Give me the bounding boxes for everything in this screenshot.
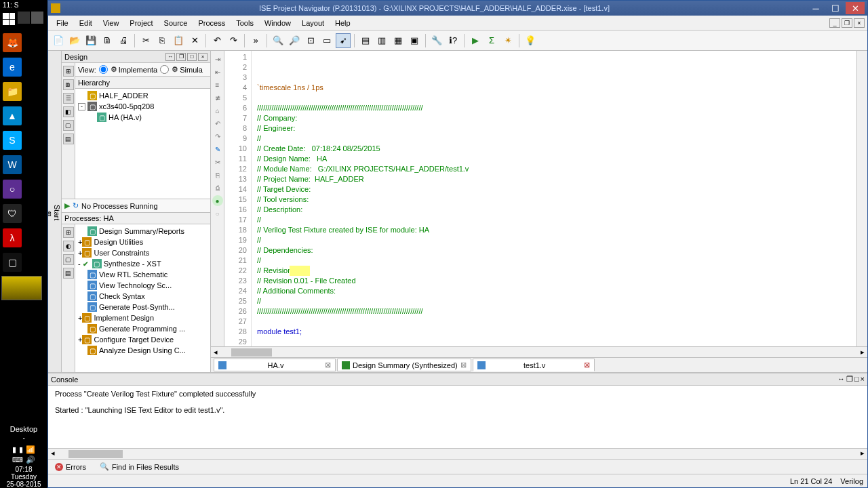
pointer-button[interactable]: ➹ bbox=[336, 33, 351, 48]
taskbar-app-icon[interactable] bbox=[31, 12, 43, 24]
indent-right-icon[interactable]: ⇥ bbox=[212, 54, 223, 64]
process-item[interactable]: +▢Design Utilities bbox=[77, 237, 209, 247]
expand-icon[interactable]: ▤ bbox=[63, 134, 74, 144]
play-icon[interactable]: ▶ bbox=[64, 201, 70, 210]
redo-editor-icon[interactable]: ↷ bbox=[212, 131, 223, 142]
code-content[interactable]: `timescale 1ns / 1ps ///////////////////… bbox=[252, 51, 856, 346]
indent-left-icon[interactable]: ⇤ bbox=[212, 66, 223, 77]
show-desktop[interactable]: Desktop bbox=[0, 425, 47, 433]
code-line[interactable]: // Verilog Test Fixture created by ISE f… bbox=[257, 225, 856, 235]
save-button[interactable]: 💾 bbox=[83, 33, 98, 48]
code-line[interactable] bbox=[257, 317, 856, 327]
tab-close-icon[interactable]: ⊠ bbox=[584, 361, 590, 369]
close-button[interactable]: ✕ bbox=[846, 2, 865, 14]
process-item[interactable]: -✔▢Synthesize - XST bbox=[77, 258, 209, 269]
terminal-icon[interactable]: ▢ bbox=[3, 253, 22, 272]
code-line[interactable]: `timescale 1ns / 1ps bbox=[257, 83, 856, 93]
delete-button[interactable]: ✕ bbox=[187, 33, 202, 48]
whats-this-button[interactable]: ℹ? bbox=[446, 33, 460, 48]
undo-editor-icon[interactable]: ↶ bbox=[212, 118, 223, 129]
code-line[interactable]: // Dependencies: bbox=[257, 245, 856, 256]
menu-layout[interactable]: Layout bbox=[296, 18, 330, 28]
copy-editor-icon[interactable]: ⎘ bbox=[212, 169, 223, 180]
process-item[interactable]: ▢Design Summary/Reports bbox=[77, 226, 209, 237]
scroll-left-icon[interactable]: ◂ bbox=[211, 348, 220, 357]
menu-window[interactable]: Window bbox=[259, 18, 296, 28]
code-line[interactable]: // Design Name: HA bbox=[257, 154, 856, 164]
mdi-restore[interactable]: ❐ bbox=[842, 18, 852, 28]
process-run-icon[interactable]: ▢ bbox=[63, 254, 74, 265]
menu-tools[interactable]: Tools bbox=[231, 18, 259, 28]
code-line[interactable]: // Revision 0.01 - File Created bbox=[257, 276, 856, 286]
console-maximize-button[interactable]: □ bbox=[854, 375, 859, 384]
chevron-up-icon[interactable]: ˄ bbox=[0, 437, 47, 444]
battery-icon[interactable]: ▮ bbox=[19, 445, 23, 454]
visual-studio-icon[interactable]: ○ bbox=[3, 180, 22, 199]
code-line[interactable]: // Target Device: bbox=[257, 184, 856, 195]
process-clean-icon[interactable]: ▤ bbox=[63, 268, 74, 279]
console-horizontal-scrollbar[interactable]: ◂ ▸ bbox=[48, 448, 867, 459]
process-item[interactable]: +▢Configure Target Device bbox=[77, 334, 209, 345]
menu-view[interactable]: View bbox=[98, 18, 125, 28]
tab-close-icon[interactable]: ⊠ bbox=[325, 361, 331, 369]
wifi-icon[interactable]: 📶 bbox=[26, 445, 35, 454]
overflow-button[interactable]: » bbox=[248, 33, 263, 48]
editor-tab[interactable]: Design Summary (Synthesized)⊠ bbox=[337, 359, 471, 371]
mdi-close[interactable]: × bbox=[854, 18, 865, 28]
open-button[interactable]: 📂 bbox=[67, 33, 82, 48]
code-line[interactable]: // bbox=[257, 134, 856, 144]
marker-icon[interactable]: ✎ bbox=[212, 144, 223, 155]
uncomment-icon[interactable]: ≢ bbox=[212, 92, 223, 103]
process-view-icon[interactable]: ⊞ bbox=[63, 227, 74, 238]
volume-icon[interactable]: 🔊 bbox=[26, 455, 35, 464]
refresh-icon[interactable]: ↻ bbox=[73, 201, 79, 210]
bookmark-icon[interactable]: ⌂ bbox=[212, 105, 223, 116]
libraries-view-icon[interactable]: ☰ bbox=[63, 93, 74, 104]
copy-button[interactable]: ⎘ bbox=[155, 33, 170, 48]
code-line[interactable]: // Engineer: bbox=[257, 123, 856, 134]
tree-item[interactable]: -▢xc3s400-5pq208 bbox=[77, 101, 209, 112]
process-opts-icon[interactable]: ◐ bbox=[63, 241, 74, 251]
check-syntax-icon[interactable]: ● bbox=[212, 195, 223, 206]
code-line[interactable]: module test1; bbox=[257, 327, 856, 337]
code-line[interactable]: // Module Name: G:/XILINX PROJECTS/HALF_… bbox=[257, 164, 856, 174]
layout-2-button[interactable]: ▥ bbox=[374, 33, 389, 48]
editor-horizontal-scrollbar[interactable]: ◂ ▸ bbox=[211, 346, 867, 357]
minimize-button[interactable]: ─ bbox=[806, 2, 825, 14]
console-tab-find[interactable]: 🔍 Find in Files Results bbox=[96, 461, 183, 472]
code-line[interactable]: ////////////////////////////////////////… bbox=[257, 103, 856, 113]
zoom-fit-button[interactable]: ⊡ bbox=[303, 33, 318, 48]
keyboard-icon[interactable]: ⌨ bbox=[12, 455, 23, 464]
maximize-button[interactable]: ☐ bbox=[826, 2, 845, 14]
layout-4-button[interactable]: ▣ bbox=[407, 33, 422, 48]
network-icon[interactable]: ▮ bbox=[12, 445, 16, 454]
snapshot-view-icon[interactable]: ◧ bbox=[63, 106, 74, 117]
taskview-icon[interactable] bbox=[18, 12, 30, 24]
menu-source[interactable]: Source bbox=[159, 18, 193, 28]
code-line[interactable]: // Project Name: HALF_ADDER bbox=[257, 174, 856, 184]
options-icon[interactable]: ▢ bbox=[63, 120, 74, 131]
tree-item[interactable]: ▢HA (HA.v) bbox=[77, 112, 209, 123]
panel-dock-button[interactable]: ❐ bbox=[176, 53, 186, 61]
console-close-button[interactable]: × bbox=[861, 375, 865, 384]
menu-file[interactable]: File bbox=[51, 18, 74, 28]
mdi-minimize[interactable]: _ bbox=[829, 18, 840, 28]
code-line[interactable]: // Create Date: 07:18:24 08/25/2015 bbox=[257, 144, 856, 154]
skype-icon[interactable]: S bbox=[3, 131, 22, 150]
find-button[interactable]: 🔧 bbox=[429, 33, 444, 48]
tree-item[interactable]: ▢HALF_ADDER bbox=[77, 90, 209, 101]
view-simulation-radio[interactable] bbox=[160, 65, 169, 74]
code-line[interactable]: // Additional Comments: bbox=[257, 286, 856, 296]
cut-button[interactable]: ✂ bbox=[138, 33, 153, 48]
vlc-icon[interactable]: ▲ bbox=[3, 106, 22, 125]
code-line[interactable]: // Company: bbox=[257, 113, 856, 123]
save-all-button[interactable]: 🗎 bbox=[100, 33, 115, 48]
layout-1-button[interactable]: ▤ bbox=[358, 33, 373, 48]
menu-edit[interactable]: Edit bbox=[74, 18, 98, 28]
expander-icon[interactable]: - bbox=[78, 103, 85, 110]
zoom-out-button[interactable]: 🔎 bbox=[287, 33, 302, 48]
run-all-button[interactable]: ✴ bbox=[500, 33, 515, 48]
taskbar-active-ise[interactable] bbox=[1, 276, 42, 300]
code-line[interactable]: // Tool versions: bbox=[257, 195, 856, 205]
code-line[interactable]: // Revision: bbox=[257, 266, 856, 276]
